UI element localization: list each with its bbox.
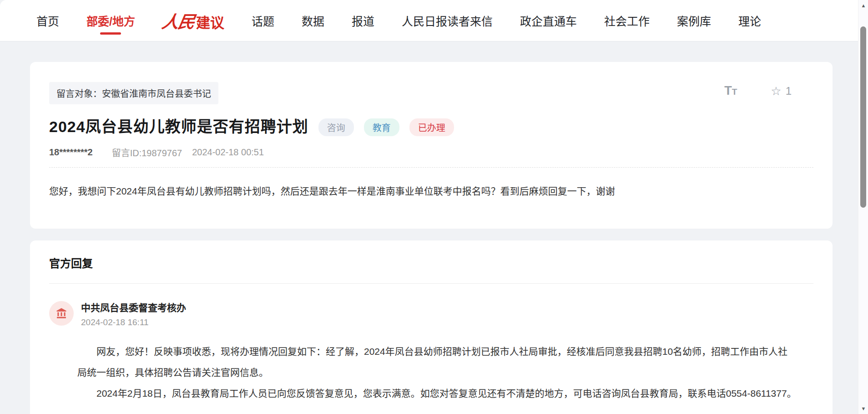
message-body: 您好，我想问下2024年凤台县有幼儿教师招聘计划吗，然后还是跟去年一样是淮南事业… bbox=[49, 184, 813, 199]
font-size-small-glyph: T bbox=[732, 87, 737, 97]
nav-item-reader-letters[interactable]: 人民日报读者来信 bbox=[402, 2, 493, 39]
reply-text: 网友，您好！反映事项收悉，现将办理情况回复如下：经了解，2024年凤台县幼师招聘… bbox=[77, 341, 813, 404]
nav-item-home[interactable]: 首页 bbox=[36, 2, 59, 39]
active-tab-underline bbox=[100, 32, 121, 35]
vertical-scrollbar[interactable]: ▲ ▼ bbox=[858, 0, 868, 414]
tag-status-handled: 已办理 bbox=[409, 118, 454, 136]
message-meta-row: 18********2 留言ID:19879767 2024-02-18 00:… bbox=[49, 146, 813, 159]
font-size-icon[interactable]: T T bbox=[724, 84, 737, 98]
government-building-icon bbox=[55, 307, 68, 320]
message-target-label: 留言对象：安徽省淮南市凤台县委书记 bbox=[49, 82, 218, 104]
message-title: 2024凤台县幼儿教师是否有招聘计划 bbox=[49, 114, 308, 137]
nav-item-label: 部委/地方 bbox=[86, 15, 135, 28]
reply-author-info: 中共凤台县委督查考核办 2024-02-18 16:11 bbox=[81, 301, 186, 327]
message-title-row: 2024凤台县幼儿教师是否有招聘计划 咨询 教育 已办理 bbox=[49, 114, 813, 137]
reply-date: 2024-02-18 16:11 bbox=[81, 317, 186, 327]
scroll-up-arrow-icon[interactable]: ▲ bbox=[858, 1, 868, 10]
tag-education: 教育 bbox=[364, 118, 399, 136]
official-reply-heading: 官方回复 bbox=[49, 257, 813, 271]
reply-author-row: 中共凤台县委督查考核办 2024-02-18 16:11 bbox=[49, 301, 813, 327]
nav-item-gov-enterprise[interactable]: 政企直通车 bbox=[520, 2, 577, 39]
section-divider bbox=[49, 283, 813, 284]
star-icon: ☆ bbox=[771, 85, 781, 97]
message-toolbar: T T ☆ 1 bbox=[724, 84, 792, 98]
nav-item-theory[interactable]: 理论 bbox=[738, 2, 761, 39]
tag-consult: 咨询 bbox=[318, 118, 354, 136]
top-navigation: 首页 部委/地方 人民 建议 话题 数据 报道 人民日报读者来信 政企直通车 社… bbox=[0, 0, 868, 41]
reply-author-name: 中共凤台县委督查考核办 bbox=[81, 302, 186, 314]
scrollbar-thumb[interactable] bbox=[860, 26, 866, 208]
message-created-at: 2024-02-18 00:51 bbox=[192, 147, 264, 158]
favorite-count: 1 bbox=[786, 85, 792, 97]
logo-script-text: 人民 bbox=[160, 8, 197, 33]
nav-item-data[interactable]: 数据 bbox=[302, 2, 324, 39]
nav-item-reports[interactable]: 报道 bbox=[352, 2, 374, 39]
message-card: 留言对象：安徽省淮南市凤台县委书记 T T ☆ 1 2024凤台县幼儿教师是否有… bbox=[30, 62, 833, 229]
scroll-down-arrow-icon[interactable]: ▼ bbox=[858, 404, 868, 413]
user-masked-phone: 18********2 bbox=[49, 147, 93, 158]
main-content: 留言对象：安徽省淮南市凤台县委书记 T T ☆ 1 2024凤台县幼儿教师是否有… bbox=[0, 41, 868, 414]
nav-item-topics[interactable]: 话题 bbox=[252, 2, 274, 39]
message-id: 留言ID:19879767 bbox=[112, 146, 182, 159]
nav-item-case-library[interactable]: 案例库 bbox=[677, 2, 711, 39]
official-reply-card: 官方回复 中共凤台县委督查考核办 2024-02-18 16:11 网友，您好！… bbox=[30, 240, 833, 414]
logo-bold-text: 建议 bbox=[196, 11, 224, 32]
font-size-large-glyph: T bbox=[724, 84, 732, 98]
avatar bbox=[49, 301, 74, 326]
favorite-button[interactable]: ☆ 1 bbox=[771, 85, 792, 97]
nav-item-social-work[interactable]: 社会工作 bbox=[604, 2, 650, 39]
renmin-jianyi-logo[interactable]: 人民 建议 bbox=[162, 8, 224, 33]
dashed-divider bbox=[49, 167, 813, 168]
reply-paragraph-1: 网友，您好！反映事项收悉，现将办理情况回复如下：经了解，2024年凤台县幼师招聘… bbox=[77, 341, 797, 383]
nav-item-ministries-local[interactable]: 部委/地方 bbox=[86, 2, 135, 39]
reply-paragraph-2: 2024年2月18日，凤台县教育局工作人员已向您反馈答复意见，您表示满意。如您对… bbox=[77, 383, 797, 404]
